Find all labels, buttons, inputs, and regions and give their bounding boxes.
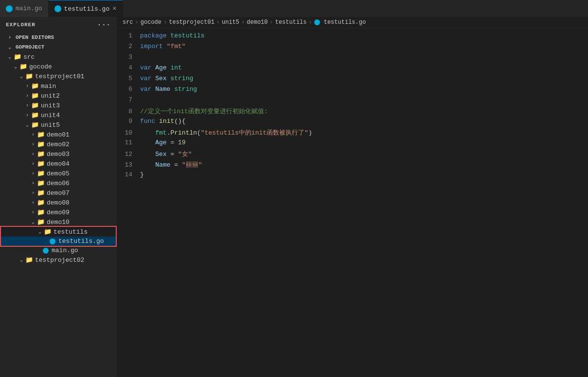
demo02-arrow: › xyxy=(29,142,37,147)
folder-icon: 📁 xyxy=(19,63,27,70)
go-file-main-icon xyxy=(43,248,49,254)
tree-item-demo08[interactable]: › 📁 demo08 xyxy=(0,198,117,207)
breadcrumb-testproject01[interactable]: testproject01 xyxy=(169,19,214,26)
demo04-label: demo04 xyxy=(47,160,70,168)
breadcrumb-testutils[interactable]: testutils xyxy=(275,19,307,26)
breadcrumb-unit5[interactable]: unit5 xyxy=(222,19,239,26)
code-line-1: 1 package testutils xyxy=(117,32,588,43)
folder-icon: 📁 xyxy=(37,208,45,216)
line-content-8: //定义一个init函数对变量进行初始化赋值: xyxy=(140,107,584,116)
tab-testutils-go[interactable]: testutils.go × xyxy=(49,0,123,17)
breadcrumb-sep-4: › xyxy=(241,19,245,26)
line-number-2: 2 xyxy=(121,43,140,50)
code-editor[interactable]: 1 package testutils 2 import "fmt" 3 4 v… xyxy=(117,28,588,377)
tree-item-demo06[interactable]: › 📁 demo06 xyxy=(0,178,117,188)
demo06-arrow: › xyxy=(29,181,37,186)
testproject02-label: testproject02 xyxy=(35,257,84,264)
tree-item-unit4[interactable]: › 📁 unit4 xyxy=(0,110,117,120)
go-file-icon-active xyxy=(54,5,61,12)
demo01-arrow: › xyxy=(29,132,37,137)
tree-item-testutils-go[interactable]: testutils.go xyxy=(1,237,116,246)
code-line-6: 6 var Name string xyxy=(117,86,588,96)
breadcrumb: src › gocode › testproject01 › unit5 › d… xyxy=(117,17,588,28)
demo10-arrow: ⌄ xyxy=(29,219,37,225)
demo05-label: demo05 xyxy=(47,170,70,177)
goproject-arrow: ⌄ xyxy=(6,44,14,50)
code-line-5: 5 var Sex string xyxy=(117,75,588,86)
line-content-11: Age = 19 xyxy=(140,139,584,146)
tree-item-demo02[interactable]: › 📁 demo02 xyxy=(0,139,117,149)
tree-item-testutils[interactable]: ⌄ 📁 testutils xyxy=(1,227,116,237)
folder-icon: 📁 xyxy=(31,111,39,119)
unit5-arrow: ⌄ xyxy=(23,122,31,128)
demo09-arrow: › xyxy=(29,210,37,215)
tree-item-demo05[interactable]: › 📁 demo05 xyxy=(0,169,117,178)
tree-item-demo10[interactable]: ⌄ 📁 demo10 xyxy=(0,217,117,227)
tree-item-demo04[interactable]: › 📁 demo04 xyxy=(0,159,117,169)
tree-item-main-go[interactable]: main.go xyxy=(0,246,117,255)
unit3-label: unit3 xyxy=(41,102,60,109)
tree-item-gocode[interactable]: ⌄ 📁 gocode xyxy=(0,62,117,71)
tree-item-demo01[interactable]: › 📁 demo01 xyxy=(0,130,117,139)
tree-item-src[interactable]: ⌄ 📁 src xyxy=(0,52,117,62)
breadcrumb-sep-3: › xyxy=(216,19,220,26)
tree-item-unit5[interactable]: ⌄ 📁 unit5 xyxy=(0,120,117,130)
unit5-label: unit5 xyxy=(41,121,60,129)
code-line-12: 12 Sex = "女" xyxy=(117,150,588,160)
code-line-13: 13 Name = "丽丽" xyxy=(117,160,588,171)
demo01-label: demo01 xyxy=(47,131,70,138)
breadcrumb-src[interactable]: src xyxy=(123,19,133,26)
sidebar-more-icon[interactable]: ··· xyxy=(97,21,111,29)
src-label: src xyxy=(23,53,35,61)
folder-icon: 📁 xyxy=(31,121,39,129)
line-content-2: import "fmt" xyxy=(140,43,584,50)
demo07-label: demo07 xyxy=(47,189,70,197)
sidebar: EXPLORER ··· › OPEN EDITORS ⌄ GOPROJECT … xyxy=(0,17,117,377)
breadcrumb-testutils-go[interactable]: testutils.go xyxy=(324,19,366,26)
open-editors-label: OPEN EDITORS xyxy=(16,34,54,40)
code-line-10: 10 fmt.Println("testutils中的init函数被执行了") xyxy=(117,128,588,139)
open-editors-section[interactable]: › OPEN EDITORS xyxy=(0,33,117,42)
line-number-10: 10 xyxy=(121,129,140,137)
line-number-14: 14 xyxy=(121,171,140,178)
folder-icon: 📁 xyxy=(25,256,33,264)
testproject02-arrow: ⌄ xyxy=(18,257,25,263)
code-line-2: 2 import "fmt" xyxy=(117,43,588,53)
main-label: main xyxy=(41,83,56,90)
goproject-section[interactable]: ⌄ GOPROJECT xyxy=(0,42,117,52)
line-content-1: package testutils xyxy=(140,32,584,39)
tree-item-testproject02[interactable]: ⌄ 📁 testproject02 xyxy=(0,255,117,265)
tree-item-main[interactable]: › 📁 main xyxy=(0,81,117,91)
line-number-1: 1 xyxy=(121,32,140,39)
tree-item-demo09[interactable]: › 📁 demo09 xyxy=(0,207,117,217)
folder-icon: 📁 xyxy=(31,102,39,109)
line-content-12: Sex = "女" xyxy=(140,150,584,158)
breadcrumb-demo10[interactable]: demo10 xyxy=(247,19,267,26)
folder-icon: 📁 xyxy=(37,170,45,177)
line-content-4: var Age int xyxy=(140,64,584,71)
breadcrumb-sep-5: › xyxy=(270,19,273,26)
demo03-label: demo03 xyxy=(47,151,70,158)
breadcrumb-gocode[interactable]: gocode xyxy=(141,19,161,26)
line-content-6: var Name string xyxy=(140,86,584,93)
folder-icon: 📁 xyxy=(37,189,45,197)
code-line-9: 9 func init(){ xyxy=(117,118,588,128)
go-file-small-icon xyxy=(50,239,55,244)
tree-item-demo07[interactable]: › 📁 demo07 xyxy=(0,188,117,198)
tree-item-unit2[interactable]: › 📁 unit2 xyxy=(0,91,117,101)
tree-item-testproject01[interactable]: ⌄ 📁 testproject01 xyxy=(0,71,117,81)
demo06-label: demo06 xyxy=(47,180,70,187)
tree-item-demo03[interactable]: › 📁 demo03 xyxy=(0,149,117,159)
folder-icon: 📁 xyxy=(14,53,21,61)
line-number-13: 13 xyxy=(121,161,140,169)
line-number-12: 12 xyxy=(121,151,140,158)
tab-close-button[interactable]: × xyxy=(112,5,116,13)
goproject-label: GOPROJECT xyxy=(16,44,44,50)
demo05-arrow: › xyxy=(29,171,37,176)
testutils-label: testutils xyxy=(53,228,88,236)
tab-main-go[interactable]: main.go xyxy=(0,0,49,17)
line-number-8: 8 xyxy=(121,108,140,115)
unit2-arrow: › xyxy=(23,93,31,99)
tree-item-unit3[interactable]: › 📁 unit3 xyxy=(0,101,117,110)
folder-icon: 📁 xyxy=(37,199,45,206)
